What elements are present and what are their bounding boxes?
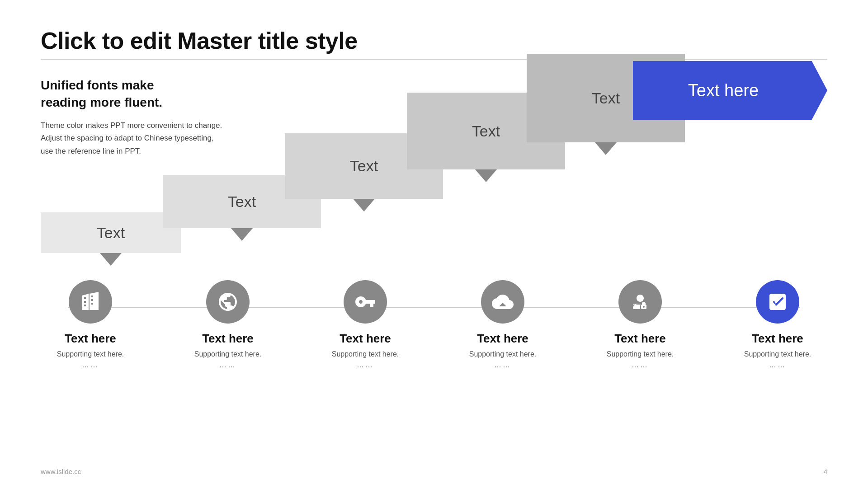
globe-icon-circle <box>206 280 250 324</box>
checkbox-icon-circle <box>756 280 799 324</box>
stair-4-pointer <box>475 169 497 182</box>
stair-5-label: Text <box>592 89 620 107</box>
stair-1-label: Text <box>97 224 125 242</box>
item-1-title: Text here <box>65 332 116 346</box>
item-3-supporting: Supporting text here. <box>332 350 399 358</box>
timeline-area: Text here Supporting text here. …… Text … <box>41 280 827 369</box>
timeline-items: Text here Supporting text here. …… Text … <box>41 280 827 369</box>
item-1-dots: …… <box>82 361 99 369</box>
cloud-icon <box>492 291 514 313</box>
checkbox-icon <box>767 291 788 313</box>
timeline-item-2: Text here Supporting text here. …… <box>178 280 278 369</box>
building-icon <box>80 291 101 313</box>
item-5-dots: …… <box>632 361 649 369</box>
item-6-title: Text here <box>752 332 803 346</box>
timeline-item-1: Text here Supporting text here. …… <box>41 280 140 369</box>
stair-3-label: Text <box>350 157 378 175</box>
timeline-item-5: Text here Supporting text here. …… <box>590 280 690 369</box>
stair-1-pointer <box>100 253 122 266</box>
slide: Click to edit Master title style Unified… <box>0 0 868 488</box>
item-1-supporting: Supporting text here. <box>57 350 124 358</box>
stair-5-pointer <box>595 142 617 155</box>
main-title: Click to edit Master title style <box>41 27 827 54</box>
globe-icon <box>217 291 239 313</box>
item-4-supporting: Supporting text here. <box>469 350 537 358</box>
item-2-title: Text here <box>202 332 254 346</box>
timeline-item-6: Text here Supporting text here. …… <box>728 280 827 369</box>
item-3-dots: …… <box>357 361 374 369</box>
stair-2-label: Text <box>228 193 256 211</box>
item-2-dots: …… <box>219 361 236 369</box>
item-5-supporting: Supporting text here. <box>607 350 674 358</box>
stair-6: Text here <box>633 61 827 120</box>
item-5-title: Text here <box>614 332 666 346</box>
timeline-item-3: Text here Supporting text here. …… <box>316 280 415 369</box>
timeline-item-4: Text here Supporting text here. …… <box>453 280 552 369</box>
stair-4-label: Text <box>472 122 500 140</box>
user-lock-icon-circle <box>618 280 662 324</box>
user-lock-icon <box>629 291 651 313</box>
search-key-icon <box>354 291 376 313</box>
footer-url: www.islide.cc <box>41 468 81 475</box>
item-6-supporting: Supporting text here. <box>744 350 811 358</box>
item-4-dots: …… <box>494 361 511 369</box>
footer: www.islide.cc 4 <box>41 468 827 475</box>
item-3-title: Text here <box>340 332 391 346</box>
title-divider <box>41 59 827 60</box>
stair-3-pointer <box>353 199 375 211</box>
stair-2-pointer <box>231 228 253 241</box>
cloud-icon-circle <box>481 280 524 324</box>
building-icon-circle <box>69 280 112 324</box>
item-4-title: Text here <box>477 332 528 346</box>
stair-1: Text <box>41 212 181 253</box>
item-2-supporting: Supporting text here. <box>194 350 262 358</box>
footer-page: 4 <box>824 468 827 475</box>
search-icon-circle <box>344 280 387 324</box>
staircase-area: Text Text Text Text Text Text here <box>41 99 827 253</box>
item-6-dots: …… <box>769 361 786 369</box>
timeline-line <box>68 307 800 308</box>
stair-6-label: Text here <box>688 81 772 100</box>
